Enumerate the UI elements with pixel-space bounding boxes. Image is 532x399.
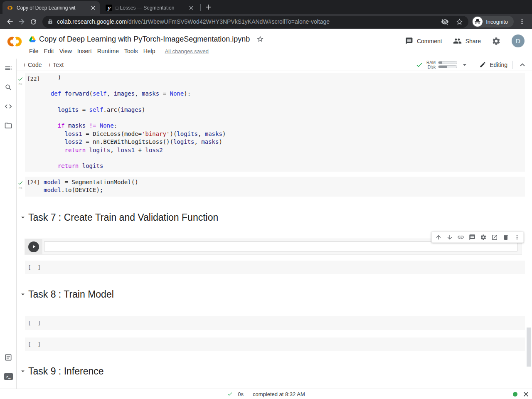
comment-button[interactable]: Comment bbox=[405, 37, 442, 45]
code-input[interactable] bbox=[44, 241, 517, 251]
menu-insert[interactable]: Insert bbox=[77, 48, 92, 54]
tab-close-icon[interactable] bbox=[188, 5, 195, 11]
move-cell-down-icon[interactable] bbox=[446, 234, 453, 241]
code-cell-22[interactable]: [22] ) def forward(self, images, masks =… bbox=[25, 73, 525, 172]
resource-meters[interactable] bbox=[438, 61, 457, 68]
markdown-heading-task8: Task 8 : Train Model bbox=[19, 286, 114, 303]
code-cell-24[interactable]: [24] model = SegmentationModel()model.to… bbox=[25, 177, 525, 197]
menu-runtime[interactable]: Runtime bbox=[97, 48, 119, 54]
copy-link-to-cell-icon[interactable] bbox=[457, 234, 464, 241]
people-icon bbox=[453, 37, 462, 45]
execution-status-dot bbox=[513, 392, 517, 397]
settings-gear-icon[interactable] bbox=[492, 37, 501, 46]
move-cell-up-icon[interactable] bbox=[435, 234, 442, 241]
browser-window: Copy of Deep Learning wit y □ Losses — S… bbox=[0, 0, 532, 399]
execution-count: [24] bbox=[27, 179, 40, 185]
search-icon[interactable] bbox=[0, 78, 17, 97]
run-cell-button[interactable] bbox=[28, 241, 39, 252]
status-check-icon bbox=[227, 391, 233, 397]
back-button[interactable] bbox=[4, 16, 16, 27]
tab-close-icon[interactable] bbox=[90, 5, 96, 11]
close-status-icon[interactable] bbox=[523, 392, 529, 397]
drive-icon bbox=[29, 36, 36, 42]
add-text-button[interactable]: + Text bbox=[48, 62, 64, 68]
menubar: File Edit View Insert Runtime Tools Help… bbox=[29, 47, 405, 55]
resources-dropdown-icon[interactable] bbox=[461, 61, 469, 69]
url-bar[interactable]: colab.research.google.com /drive/1rWbewU… bbox=[42, 16, 468, 28]
notebook-toolbar: + Code + Text RAM Disk Editing bbox=[17, 59, 532, 71]
status-message: completed at 8:32 AM bbox=[253, 391, 305, 397]
empty-code-cell[interactable]: [ ] bbox=[25, 316, 525, 330]
browser-menu-icon[interactable] bbox=[516, 16, 528, 27]
cell-toolbar bbox=[431, 232, 524, 243]
url-host: colab.research.google.com bbox=[57, 18, 127, 25]
editing-label: Editing bbox=[490, 62, 507, 68]
tab-colab-notebook[interactable]: Copy of Deep Learning wit bbox=[2, 1, 100, 14]
code-editor[interactable]: ) def forward(self, images, masks = None… bbox=[25, 73, 525, 170]
collapse-section-icon[interactable] bbox=[19, 214, 27, 221]
collapse-section-icon[interactable] bbox=[19, 291, 27, 298]
resource-labels: RAM Disk bbox=[426, 60, 436, 69]
browser-navbar: colab.research.google.com /drive/1rWbewU… bbox=[0, 14, 532, 29]
share-label: Share bbox=[466, 38, 481, 44]
ram-meter bbox=[438, 61, 457, 64]
colab-favicon bbox=[7, 5, 13, 11]
execution-prompt: [ ] bbox=[25, 264, 41, 271]
empty-code-cell[interactable]: [ ] bbox=[25, 261, 525, 274]
tab-title: Copy of Deep Learning wit bbox=[17, 5, 90, 11]
save-status-link[interactable]: All changes saved bbox=[165, 48, 209, 54]
collapse-section-icon[interactable] bbox=[19, 367, 27, 375]
disk-meter bbox=[438, 65, 457, 68]
menu-tools[interactable]: Tools bbox=[124, 48, 138, 54]
pencil-icon bbox=[479, 61, 486, 68]
scrollbar-thumb[interactable] bbox=[527, 328, 531, 367]
heading-text: Task 8 : Train Model bbox=[28, 289, 114, 300]
incognito-label: Incognito bbox=[486, 19, 508, 25]
comment-icon bbox=[405, 37, 413, 45]
docs-favicon: y bbox=[106, 5, 112, 11]
cell-run-status: 0s bbox=[17, 76, 24, 86]
add-comment-icon[interactable] bbox=[468, 234, 475, 241]
colab-logo[interactable] bbox=[0, 29, 29, 59]
mirror-cell-icon[interactable] bbox=[491, 234, 498, 241]
forward-button[interactable] bbox=[16, 16, 27, 27]
bookmark-star-icon[interactable] bbox=[456, 18, 463, 26]
delete-cell-icon[interactable] bbox=[502, 234, 509, 241]
code-editor[interactable]: model = SegmentationModel()model.to(DEVI… bbox=[25, 177, 525, 195]
cell-settings-icon[interactable] bbox=[480, 234, 487, 241]
add-code-button[interactable]: + Code bbox=[23, 62, 42, 68]
share-button[interactable]: Share bbox=[453, 37, 481, 45]
eye-off-icon[interactable] bbox=[441, 18, 449, 26]
files-folder-icon[interactable] bbox=[0, 116, 17, 135]
collapse-header-icon[interactable] bbox=[518, 60, 527, 69]
left-sidebar: >_ bbox=[0, 59, 17, 389]
table-of-contents-icon[interactable] bbox=[0, 59, 17, 78]
execution-count: [22] bbox=[27, 76, 40, 82]
colab-header: Copy of Deep Learning with PyTorch-Image… bbox=[0, 29, 532, 59]
new-tab-button[interactable] bbox=[203, 2, 214, 12]
menu-file[interactable]: File bbox=[29, 48, 39, 54]
tab-losses-docs[interactable]: y □ Losses — Segmentation bbox=[101, 1, 198, 14]
menu-edit[interactable]: Edit bbox=[44, 48, 54, 54]
comment-label: Comment bbox=[417, 38, 442, 44]
notebook-content: 0s [22] ) def forward(self, images, mask… bbox=[17, 71, 532, 389]
execution-prompt: [ ] bbox=[25, 320, 41, 326]
more-cell-actions-icon[interactable] bbox=[513, 234, 520, 241]
notebook-title[interactable]: Copy of Deep Learning with PyTorch-Image… bbox=[39, 35, 250, 44]
editing-mode-button[interactable]: Editing bbox=[479, 61, 507, 68]
disk-label: Disk bbox=[426, 65, 436, 69]
status-duration: 0s bbox=[238, 391, 244, 397]
avatar[interactable]: D bbox=[512, 34, 525, 47]
star-notebook-icon[interactable] bbox=[256, 35, 264, 43]
menu-help[interactable]: Help bbox=[143, 48, 155, 54]
empty-code-cell[interactable]: [ ] bbox=[25, 337, 525, 351]
toolbar-divider bbox=[474, 61, 474, 69]
command-palette-icon[interactable] bbox=[0, 348, 17, 367]
execution-prompt: [ ] bbox=[25, 341, 41, 347]
heading-text: Task 9 : Inference bbox=[28, 366, 104, 377]
terminal-icon[interactable]: >_ bbox=[0, 367, 17, 386]
menu-view[interactable]: View bbox=[59, 48, 72, 54]
reload-button[interactable] bbox=[27, 16, 39, 27]
code-snippets-icon[interactable] bbox=[0, 97, 17, 116]
cell-gutter bbox=[25, 239, 42, 254]
